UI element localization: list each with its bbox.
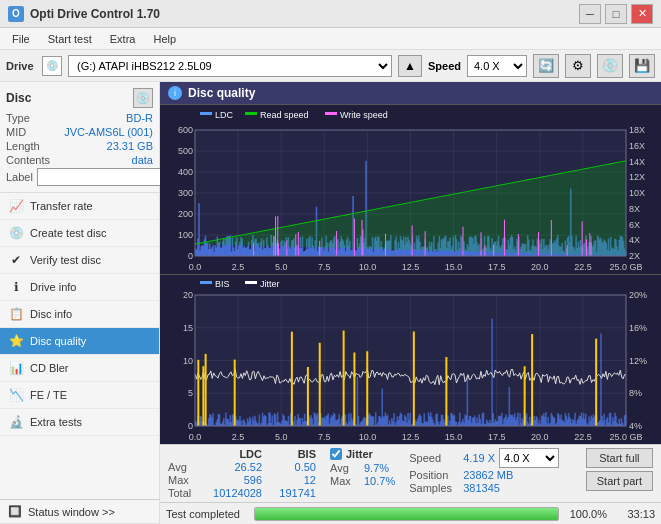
sidebar-label-fe-te: FE / TE: [30, 389, 67, 401]
disc-panel-title: Disc: [6, 91, 31, 105]
charts-container: [160, 105, 661, 444]
close-button[interactable]: ✕: [631, 4, 653, 24]
app-icon: O: [8, 6, 24, 22]
samples-value: 381345: [463, 482, 500, 494]
speed-stat-label: Speed: [409, 452, 459, 464]
stat-header-ldc: LDC: [202, 448, 262, 460]
sidebar-item-disc-info[interactable]: 📋 Disc info: [0, 301, 159, 328]
sidebar-label-disc-info: Disc info: [30, 308, 72, 320]
speed-stats: Speed 4.19 X 4.0 X Position 23862 MB Sam…: [409, 448, 559, 494]
stats-bar: LDC BIS Avg 26.52 0.50 Max 596 12 Total …: [160, 444, 661, 502]
sidebar-label-cd-bler: CD Bler: [30, 362, 69, 374]
menu-file[interactable]: File: [4, 31, 38, 47]
mid-value: JVC-AMS6L (001): [64, 126, 153, 138]
sidebar-label-transfer-rate: Transfer rate: [30, 200, 93, 212]
start-full-button[interactable]: Start full: [586, 448, 653, 468]
main-area: Disc 💿 Type BD-R MID JVC-AMS6L (001) Len…: [0, 82, 661, 524]
save-button[interactable]: 💾: [629, 54, 655, 78]
refresh-button[interactable]: 🔄: [533, 54, 559, 78]
label-input[interactable]: [37, 168, 170, 186]
maximize-button[interactable]: □: [605, 4, 627, 24]
type-label: Type: [6, 112, 30, 124]
avg-ldc: 26.52: [202, 461, 262, 473]
contents-label: Contents: [6, 154, 50, 166]
disc-button[interactable]: 💿: [597, 54, 623, 78]
stat-header-bis: BIS: [266, 448, 316, 460]
chart-title-icon: i: [168, 86, 182, 100]
bottom-chart: [160, 275, 661, 444]
top-chart-canvas: [160, 105, 661, 274]
label-label: Label: [6, 171, 33, 183]
samples-label: Samples: [409, 482, 459, 494]
length-label: Length: [6, 140, 40, 152]
drive-info-icon: ℹ: [8, 279, 24, 295]
total-ldc: 10124028: [202, 487, 262, 499]
app-title: Opti Drive Control 1.70: [30, 7, 160, 21]
mid-label: MID: [6, 126, 26, 138]
progress-fill: [255, 508, 558, 520]
total-bis: 191741: [266, 487, 316, 499]
position-value: 23862 MB: [463, 469, 513, 481]
verify-test-disc-icon: ✔: [8, 252, 24, 268]
max-label: Max: [168, 474, 198, 486]
drive-select[interactable]: (G:) ATAPI iHBS212 2.5L09: [68, 55, 392, 77]
jitter-checkbox[interactable]: [330, 448, 342, 460]
top-chart: [160, 105, 661, 275]
menu-help[interactable]: Help: [145, 31, 184, 47]
max-bis: 12: [266, 474, 316, 486]
minimize-button[interactable]: ─: [579, 4, 601, 24]
start-part-button[interactable]: Start part: [586, 471, 653, 491]
status-text: Test completed: [166, 508, 246, 520]
transfer-rate-icon: 📈: [8, 198, 24, 214]
extra-tests-icon: 🔬: [8, 414, 24, 430]
fe-te-icon: 📉: [8, 387, 24, 403]
drive-toolbar: Drive 💿 (G:) ATAPI iHBS212 2.5L09 ▲ Spee…: [0, 50, 661, 82]
bottom-chart-canvas: [160, 275, 661, 444]
length-value: 23.31 GB: [107, 140, 153, 152]
sidebar-item-create-test-disc[interactable]: 💿 Create test disc: [0, 220, 159, 247]
status-section: 🔲 Status window >>: [0, 499, 159, 524]
sidebar-item-fe-te[interactable]: 📉 FE / TE: [0, 382, 159, 409]
speed-select-inline[interactable]: 4.0 X: [499, 448, 559, 468]
progress-bar-container: [254, 507, 559, 521]
position-label: Position: [409, 469, 459, 481]
progress-text: 100.0%: [567, 508, 607, 520]
jitter-avg-label: Avg: [330, 462, 360, 474]
sidebar-item-verify-test-disc[interactable]: ✔ Verify test disc: [0, 247, 159, 274]
menu-extra[interactable]: Extra: [102, 31, 144, 47]
sidebar-item-cd-bler[interactable]: 📊 CD Bler: [0, 355, 159, 382]
disc-info-icon: 📋: [8, 306, 24, 322]
sidebar-item-extra-tests[interactable]: 🔬 Extra tests: [0, 409, 159, 436]
max-ldc: 596: [202, 474, 262, 486]
drive-label: Drive: [6, 60, 36, 72]
avg-label: Avg: [168, 461, 198, 473]
content-area: i Disc quality LDC BIS Avg: [160, 82, 661, 524]
status-window-button[interactable]: 🔲 Status window >>: [0, 500, 159, 524]
config-button[interactable]: ⚙: [565, 54, 591, 78]
title-bar: O Opti Drive Control 1.70 ─ □ ✕: [0, 0, 661, 28]
disc-panel-icon-btn[interactable]: 💿: [133, 88, 153, 108]
jitter-header: Jitter: [346, 448, 373, 460]
speed-stat-value: 4.19 X: [463, 452, 495, 464]
menu-start-test[interactable]: Start test: [40, 31, 100, 47]
sidebar-label-verify-test-disc: Verify test disc: [30, 254, 101, 266]
disc-quality-icon: ⭐: [8, 333, 24, 349]
sidebar-label-create-test-disc: Create test disc: [30, 227, 106, 239]
sidebar-item-disc-quality[interactable]: ⭐ Disc quality: [0, 328, 159, 355]
sidebar-item-drive-info[interactable]: ℹ Drive info: [0, 274, 159, 301]
chart-title: Disc quality: [188, 86, 255, 100]
contents-value: data: [132, 154, 153, 166]
jitter-stats: Jitter Avg 9.7% Max 10.7%: [330, 448, 395, 487]
sidebar-label-drive-info: Drive info: [30, 281, 76, 293]
sidebar-label-disc-quality: Disc quality: [30, 335, 86, 347]
stat-empty: [168, 448, 198, 460]
jitter-max: 10.7%: [364, 475, 395, 487]
sidebar-item-transfer-rate[interactable]: 📈 Transfer rate: [0, 193, 159, 220]
speed-select[interactable]: 4.0 X: [467, 55, 527, 77]
eject-button[interactable]: ▲: [398, 55, 422, 77]
window-controls: ─ □ ✕: [579, 4, 653, 24]
nav-items: 📈 Transfer rate 💿 Create test disc ✔ Ver…: [0, 193, 159, 499]
cd-bler-icon: 📊: [8, 360, 24, 376]
status-window-icon: 🔲: [8, 505, 22, 518]
title-bar-left: O Opti Drive Control 1.70: [8, 6, 160, 22]
